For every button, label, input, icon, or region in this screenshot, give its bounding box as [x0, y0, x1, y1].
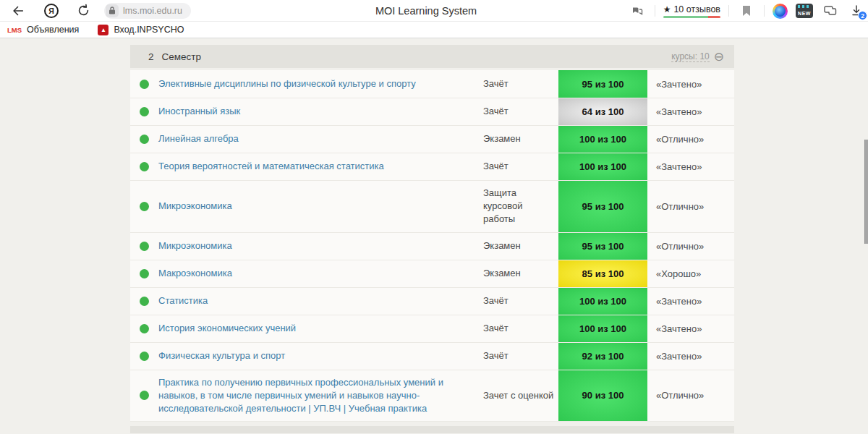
status-cell [130, 370, 158, 422]
lock-icon [109, 7, 116, 14]
status-dot-icon [140, 352, 149, 361]
tab-groups-button[interactable] [821, 1, 840, 20]
score-badge: 95 из 100 [558, 233, 647, 260]
bookmark-button[interactable] [737, 1, 756, 20]
course-link[interactable]: Статистика [158, 294, 208, 307]
course-link[interactable]: Элективные дисциплины по физической куль… [158, 77, 416, 90]
course-name-cell: Физическая культура и спорт [158, 343, 483, 370]
courses-count-link[interactable]: курсы: 10 [671, 433, 710, 433]
toolbar-divider [655, 5, 655, 17]
score-badge: 90 из 100 [558, 370, 647, 422]
status-cell [130, 98, 158, 125]
course-name-cell: Микроэкономика [158, 233, 483, 260]
course-link[interactable]: Микроэкономика [158, 200, 232, 213]
url-text: lms.moi.edu.ru [123, 6, 182, 16]
course-row: Элективные дисциплины по физической куль… [130, 70, 734, 98]
bookmark-item-inpsycho[interactable]: ▲ Вход.INPSYCHO [98, 25, 184, 35]
address-bar[interactable]: lms.moi.edu.ru [104, 3, 191, 19]
course-name-cell: Элективные дисциплины по физической куль… [158, 70, 483, 98]
inpsycho-favicon: ▲ [98, 25, 109, 35]
grade-label: «Зачтено» [647, 288, 734, 315]
course-link[interactable]: Физическая культура и спорт [158, 349, 285, 362]
back-button[interactable] [9, 1, 27, 20]
toolbar-divider [728, 5, 729, 17]
score-badge: 100 из 100 [558, 153, 647, 180]
score-text: 90 из 100 [582, 390, 624, 401]
course-row: Иностранный язык Зачёт 64 из 100 «Зачтен… [130, 98, 734, 125]
status-cell [130, 233, 158, 260]
grade-label: «Хорошо» [647, 260, 734, 287]
score-cell: 85 из 100 [558, 260, 647, 287]
status-dot-icon [140, 391, 149, 400]
status-cell [130, 181, 158, 232]
score-badge: 95 из 100 [558, 181, 647, 232]
grade-label: «Отлично» [647, 233, 734, 260]
score-badge: 100 из 100 [558, 126, 647, 153]
score-badge: 100 из 100 [558, 315, 647, 342]
bookmarks-bar: LMS Объявления ▲ Вход.INPSYCHO [0, 22, 868, 38]
browser-toolbar: Я lms.moi.edu.ru MOI Learning System ★ 1… [0, 0, 868, 22]
lock-chip[interactable] [106, 4, 119, 17]
score-badge: 85 из 100 [558, 260, 647, 287]
assessment-type: Зачёт [483, 288, 558, 315]
grades-table: 2 Семестр курсы: 10 ⊖ Элективные дисципл… [130, 45, 734, 433]
bookmark-item-announcements[interactable]: LMS Объявления [7, 25, 79, 35]
score-cell: 95 из 100 [558, 233, 647, 260]
course-row: Физическая культура и спорт Зачёт 92 из … [130, 342, 734, 370]
toolbar-right-cluster: ★ 10 отзывов NEW 2 [628, 0, 865, 22]
semester-title: 2 Семестр [148, 51, 201, 62]
lms-favicon: LMS [7, 26, 22, 34]
course-link[interactable]: Теория вероятностей и математическая ста… [158, 160, 384, 173]
course-link[interactable]: Микроэкономика [158, 239, 232, 252]
status-cell [130, 260, 158, 287]
grade-label: «Зачтено» [647, 70, 734, 98]
course-row: Практика по получению первичных професси… [130, 370, 734, 422]
semester-title: 3 Семестр [148, 433, 201, 433]
status-cell [130, 126, 158, 153]
status-dot-icon [140, 107, 149, 116]
score-text: 95 из 100 [582, 79, 624, 90]
score-text: 92 из 100 [582, 351, 624, 362]
course-name-cell: Макроэкономика [158, 260, 483, 287]
course-link[interactable]: История экономических учений [158, 322, 296, 335]
course-link[interactable]: Линейная алгебра [158, 132, 239, 145]
scrollbar-thumb[interactable] [864, 140, 868, 244]
expand-icon[interactable]: ⊕ [714, 432, 724, 433]
score-cell: 100 из 100 [558, 153, 647, 180]
extension-browser-icon[interactable] [773, 4, 788, 19]
status-cell [130, 343, 158, 370]
score-text: 100 из 100 [579, 296, 626, 307]
extension-new-movies-icon[interactable]: NEW [796, 4, 813, 18]
assessment-type: Зачёт [483, 153, 558, 180]
reviews-rating-bar [663, 16, 720, 18]
score-text: 95 из 100 [582, 241, 624, 252]
assessment-type: Экзамен [483, 233, 558, 260]
downloads-button[interactable]: 2 [848, 1, 865, 20]
semester-number: 2 [148, 51, 154, 62]
status-dot-icon [140, 80, 149, 89]
assessment-type: Зачёт [483, 98, 558, 125]
assessment-type: Зачет с оценкой [483, 370, 558, 422]
courses-count-link[interactable]: курсы: 10 [671, 51, 710, 62]
grade-label: «Отлично» [647, 370, 734, 422]
assessment-type: Экзамен [483, 126, 558, 153]
yandex-letter: Я [48, 7, 54, 15]
reviews-widget[interactable]: ★ 10 отзывов [663, 4, 720, 18]
bookmark-label: Объявления [27, 25, 79, 35]
semester-word: Семестр [162, 433, 202, 433]
course-link[interactable]: Иностранный язык [158, 105, 240, 118]
course-name-cell: Иностранный язык [158, 98, 483, 125]
collections-button[interactable] [628, 1, 647, 20]
yandex-button[interactable]: Я [42, 1, 61, 20]
course-name-cell: Микроэкономика [158, 181, 483, 232]
semester-word: Семестр [162, 51, 202, 62]
status-dot-icon [140, 202, 149, 211]
status-cell [130, 315, 158, 342]
course-row: Микроэкономика Защита курсовой работы 95… [130, 180, 734, 232]
course-link[interactable]: Практика по получению первичных професси… [158, 376, 475, 416]
collapse-icon[interactable]: ⊖ [714, 51, 724, 63]
score-cell: 64 из 100 [558, 98, 647, 125]
new-label: NEW [798, 11, 811, 18]
course-link[interactable]: Макроэкономика [158, 267, 232, 280]
refresh-button[interactable] [74, 1, 93, 20]
